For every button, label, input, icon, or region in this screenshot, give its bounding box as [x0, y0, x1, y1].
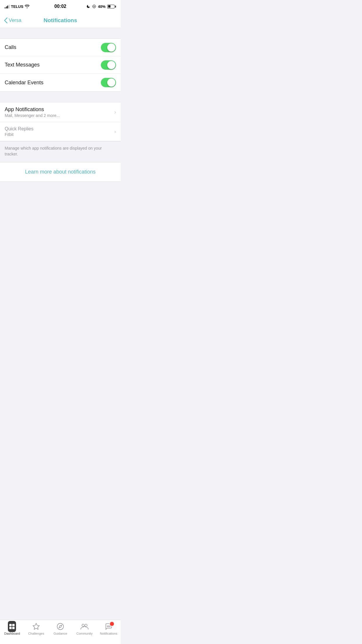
wifi-icon [25, 5, 29, 8]
status-bar: TELUS 00:02 40% [0, 0, 121, 13]
signal-bar-4 [9, 5, 10, 8]
calls-toggle-thumb [107, 43, 115, 52]
calendar-toggle[interactable] [101, 78, 116, 87]
text-messages-label: Text Messages [5, 62, 40, 68]
quick-replies-content: Quick Replies Fitbit [5, 126, 34, 137]
svg-point-0 [94, 6, 95, 7]
calls-label: Calls [5, 44, 16, 50]
quick-replies-title: Quick Replies [5, 126, 34, 132]
text-messages-toggle[interactable] [101, 60, 116, 70]
app-notifications-subtitle: Mail, Messenger and 2 more... [5, 113, 60, 118]
text-messages-row: Text Messages [0, 56, 121, 74]
status-time: 00:02 [55, 4, 66, 9]
battery-percentage: 40% [98, 4, 106, 9]
signal-bars [5, 4, 10, 8]
app-notifications-row[interactable]: App Notifications Mail, Messenger and 2 … [0, 102, 121, 122]
calls-toggle[interactable] [101, 43, 116, 52]
carrier-label: TELUS [11, 4, 24, 9]
text-toggle-thumb [107, 61, 115, 69]
nav-bar: Versa Notifications [0, 13, 121, 28]
learn-more-link[interactable]: Learn more about notifications [25, 169, 96, 175]
back-label: Versa [9, 18, 21, 23]
svg-point-1 [93, 5, 96, 8]
calendar-toggle-thumb [107, 78, 115, 87]
toggle-settings-group: Calls Text Messages Calendar Events [0, 38, 121, 92]
calendar-events-label: Calendar Events [5, 80, 43, 86]
mid-spacer [0, 92, 121, 102]
quick-replies-chevron: › [114, 129, 116, 135]
app-notifications-content: App Notifications Mail, Messenger and 2 … [5, 106, 60, 118]
nav-settings-group: App Notifications Mail, Messenger and 2 … [0, 102, 121, 162]
app-notifications-title: App Notifications [5, 106, 60, 113]
signal-bar-3 [7, 6, 8, 8]
app-notifications-chevron: › [114, 109, 116, 115]
chevron-left-icon [4, 18, 8, 23]
signal-bar-2 [6, 6, 7, 8]
battery-indicator [107, 5, 116, 8]
calls-row: Calls [0, 39, 121, 56]
signal-bar-1 [5, 7, 6, 8]
back-button[interactable]: Versa [4, 18, 21, 23]
quick-replies-row[interactable]: Quick Replies Fitbit › [0, 122, 121, 141]
calendar-events-row: Calendar Events [0, 74, 121, 91]
top-spacer [0, 28, 121, 38]
info-text: Manage which app notifications are displ… [0, 141, 121, 162]
learn-more-section: Learn more about notifications [0, 162, 121, 182]
status-right: 40% [86, 4, 116, 9]
moon-icon [86, 4, 90, 8]
status-left: TELUS [5, 4, 29, 9]
page-title: Notifications [43, 17, 77, 24]
bottom-spacer [0, 182, 121, 255]
quick-replies-subtitle: Fitbit [5, 132, 34, 137]
location-icon [92, 4, 96, 8]
